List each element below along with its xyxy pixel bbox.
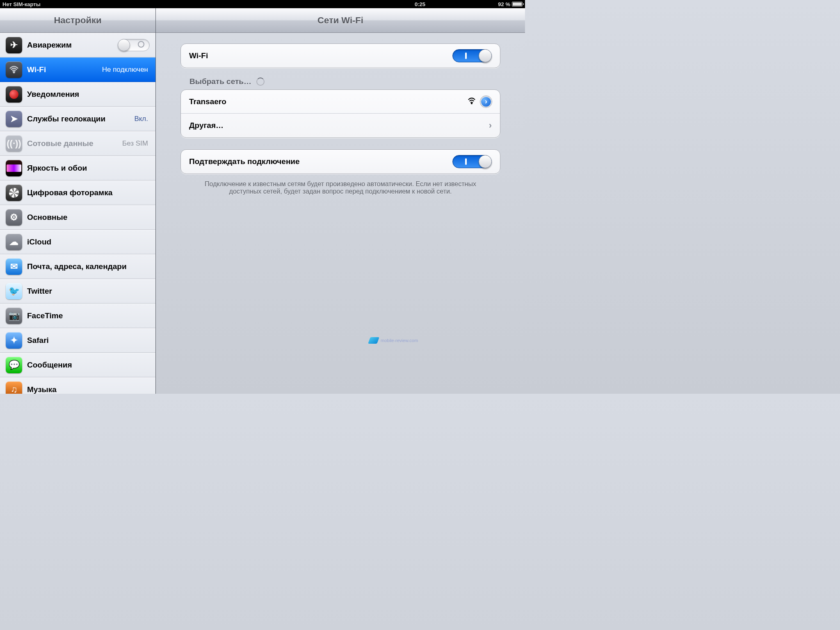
sidebar-item-safari[interactable]: ✦ Safari — [0, 328, 155, 353]
wifi-icon — [6, 62, 22, 78]
sidebar-item-mail[interactable]: ✉ Почта, адреса, календари — [0, 254, 155, 279]
sidebar-item-airplane[interactable]: ✈ Авиарежим — [0, 33, 155, 57]
airplane-icon: ✈ — [6, 37, 22, 53]
sidebar-item-cellular: ((·)) Сотовые данные Без SIM — [0, 131, 155, 156]
sidebar-item-label: Сообщения — [27, 361, 150, 370]
location-status: Вкл. — [134, 115, 148, 123]
spinner-icon — [256, 78, 265, 86]
wifi-switch-group: Wi-Fi — [180, 43, 500, 68]
svg-point-0 — [14, 72, 15, 73]
sidebar-item-pictureframe[interactable]: Цифровая фоторамка — [0, 180, 155, 205]
choose-network-label: Выбрать сеть… — [189, 77, 251, 86]
sidebar-item-label: FaceTime — [27, 311, 150, 320]
detail-title: Сети Wi-Fi — [156, 8, 525, 33]
sidebar-item-label: Почта, адреса, календари — [27, 262, 150, 271]
sidebar-item-location[interactable]: ➤ Службы геолокации Вкл. — [0, 107, 155, 131]
sidebar-item-label: Основные — [27, 213, 150, 222]
sidebar-item-label: Safari — [27, 336, 150, 345]
ask-to-join-toggle[interactable] — [452, 155, 492, 168]
sidebar-item-label: Службы геолокации — [27, 114, 129, 123]
watermark-icon — [368, 337, 379, 344]
sidebar-item-icloud[interactable]: ☁ iCloud — [0, 230, 155, 254]
clock: 0:25 — [415, 1, 425, 7]
ask-to-join-row[interactable]: Подтверждать подключение — [181, 150, 500, 173]
settings-sidebar: Настройки ✈ Авиарежим Wi-Fi Не подключен… — [0, 8, 156, 394]
sidebar-item-label: Цифровая фоторамка — [27, 188, 150, 197]
ask-to-join-group: Подтверждать подключение — [180, 149, 500, 174]
mail-icon: ✉ — [6, 258, 22, 275]
sim-status: Нет SIM-карты — [2, 1, 41, 7]
sidebar-title: Настройки — [0, 8, 155, 33]
sidebar-item-twitter[interactable]: 🐦 Twitter — [0, 279, 155, 304]
watermark-text: mobile-review.com — [381, 338, 418, 343]
signal-strength-icon — [467, 97, 476, 106]
ask-to-join-footnote: Подключение к известным сетям будет прои… — [193, 180, 488, 195]
choose-network-header: Выбрать сеть… — [180, 68, 500, 89]
wifi-switch-label: Wi-Fi — [189, 51, 452, 60]
cloud-icon: ☁ — [6, 234, 22, 250]
chevron-right-icon: › — [489, 120, 492, 131]
brightness-icon — [6, 160, 22, 176]
network-name: Transaero — [189, 97, 467, 106]
cellular-icon: ((·)) — [6, 135, 22, 152]
sidebar-item-label: iCloud — [27, 237, 150, 247]
sidebar-item-label: Авиарежим — [27, 41, 113, 50]
status-bar: Нет SIM-карты 0:25 92 % — [0, 0, 525, 8]
wifi-toggle[interactable] — [452, 49, 492, 62]
wifi-switch-row[interactable]: Wi-Fi — [181, 44, 500, 68]
wifi-status: Не подключен — [102, 66, 148, 74]
sidebar-item-label: Twitter — [27, 287, 150, 296]
battery-icon — [512, 2, 523, 7]
sidebar-item-label: Wi-Fi — [27, 65, 97, 74]
watermark: mobile-review.com — [369, 337, 418, 344]
detail-pane: Сети Wi-Fi Wi-Fi Выбрать сеть… Transaero — [156, 8, 525, 394]
other-network-label: Другая… — [189, 121, 487, 130]
network-list-group: Transaero › Другая… › — [180, 89, 500, 138]
sidebar-item-brightness[interactable]: Яркость и обои — [0, 156, 155, 180]
location-icon: ➤ — [6, 111, 22, 127]
twitter-icon: 🐦 — [6, 283, 22, 299]
picture-frame-icon — [6, 185, 22, 201]
facetime-icon: 📷 — [6, 308, 22, 324]
sidebar-item-general[interactable]: ⚙ Основные — [0, 205, 155, 230]
sidebar-item-wifi[interactable]: Wi-Fi Не подключен — [0, 57, 155, 82]
sidebar-item-facetime[interactable]: 📷 FaceTime — [0, 304, 155, 328]
airplane-toggle[interactable] — [118, 39, 150, 51]
battery-percent: 92 % — [498, 1, 510, 7]
svg-point-1 — [471, 103, 472, 104]
sidebar-item-label: Яркость и обои — [27, 164, 150, 173]
network-row-other[interactable]: Другая… › — [181, 114, 500, 137]
ask-to-join-label: Подтверждать подключение — [189, 157, 452, 166]
sidebar-item-messages[interactable]: 💬 Сообщения — [0, 353, 155, 377]
network-row-transaero[interactable]: Transaero › — [181, 90, 500, 114]
messages-icon: 💬 — [6, 357, 22, 373]
cellular-status: Без SIM — [122, 139, 148, 148]
sidebar-item-label: Уведомления — [27, 90, 150, 99]
sidebar-item-label: Сотовые данные — [27, 139, 117, 148]
gear-icon: ⚙ — [6, 209, 22, 226]
notifications-icon — [6, 86, 22, 103]
battery-status: 92 % — [498, 1, 523, 7]
safari-icon: ✦ — [6, 332, 22, 349]
sidebar-item-label: Музыка — [27, 385, 150, 394]
music-icon: ♫ — [6, 381, 22, 394]
sidebar-item-music[interactable]: ♫ Музыка — [0, 377, 155, 394]
sidebar-item-notifications[interactable]: Уведомления — [0, 82, 155, 107]
network-details-button[interactable]: › — [480, 96, 492, 107]
